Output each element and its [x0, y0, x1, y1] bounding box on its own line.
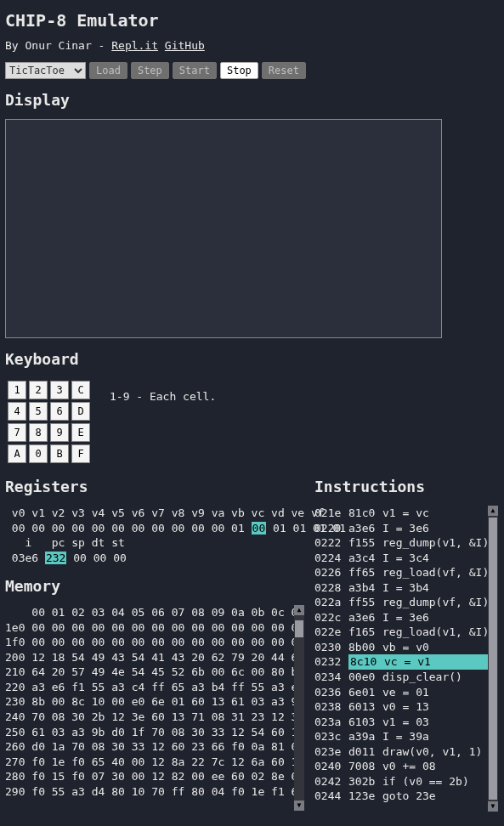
memory-row: 290 f0 55 a3 d4 80 10 70 ff 80 04 f0 1e …: [5, 784, 294, 800]
memory-row: 270 f0 1e f0 65 40 00 12 8a 22 7c 12 6a …: [5, 755, 294, 770]
reg-pc-highlight: 232: [45, 552, 66, 564]
instruction-row: 0222f155reg_dump(v1, &I): [314, 535, 488, 551]
memory-row: 260 d0 1a 70 08 30 33 12 60 23 66 f0 0a …: [5, 739, 294, 755]
instruction-row: 0226ff65reg_load(vf, &I): [314, 565, 488, 580]
instruction-row: 023ca39aI = 39a: [314, 729, 488, 744]
section-instructions: Instructions: [314, 478, 499, 495]
byline-text: By Onur Cinar -: [5, 39, 111, 52]
byline: By Onur Cinar - Repl.it GitHub: [5, 39, 499, 52]
key-5[interactable]: 5: [29, 402, 48, 421]
link-github[interactable]: GitHub: [165, 39, 205, 52]
memory-row: 230 8b 00 8c 10 00 e0 6e 01 60 13 61 03 …: [5, 694, 294, 710]
stop-button[interactable]: Stop: [220, 62, 258, 79]
rom-select[interactable]: TicTacToe: [5, 62, 86, 79]
instruction-row: 0220a3e6I = 3e6: [314, 521, 488, 536]
scroll-thumb[interactable]: [295, 620, 303, 637]
key-a[interactable]: A: [8, 444, 26, 463]
scroll-down-icon[interactable]: ▼: [488, 801, 498, 812]
instruction-row: 023a6103v1 = 03: [314, 715, 488, 730]
instruction-row: 022aff55reg_dump(vf, &I): [314, 595, 488, 610]
key-6[interactable]: 6: [50, 402, 69, 421]
instruction-row: 02328c10vc = v1: [314, 654, 488, 670]
key-2[interactable]: 2: [29, 381, 48, 399]
key-b[interactable]: B: [50, 444, 69, 463]
memory-row: 1f0 00 00 00 00 00 00 00 00 00 00 00 00 …: [5, 635, 294, 650]
memory-panel: 00 01 02 03 04 05 06 07 08 09 0a 0b 0c 0…: [5, 605, 304, 811]
instructions-scrollbar[interactable]: ▲ ▼: [488, 506, 498, 812]
section-display: Display: [5, 91, 499, 109]
instruction-row: 02308b00vb = v0: [314, 640, 488, 655]
keyboard-hint: 1-9 - Each cell.: [110, 390, 216, 403]
registers-block: v0 v1 v2 v3 v4 v5 v6 v7 v8 v9 va vb vc v…: [5, 506, 304, 565]
load-button[interactable]: Load: [89, 62, 127, 79]
page-title: CHIP-8 Emulator: [5, 10, 499, 31]
key-0[interactable]: 0: [29, 444, 48, 463]
reg-header2: i pc sp dt st: [5, 535, 304, 551]
reset-button[interactable]: Reset: [262, 62, 306, 79]
memory-row: 280 f0 15 f0 07 30 00 12 82 00 ee 60 02 …: [5, 769, 294, 784]
instruction-row: 0244123egoto 23e: [314, 789, 488, 804]
key-f[interactable]: F: [71, 444, 90, 463]
section-memory: Memory: [5, 577, 304, 595]
memory-row: 240 70 08 30 2b 12 3e 60 13 71 08 31 23 …: [5, 710, 294, 725]
keypad: 1 2 3 C 4 5 6 D 7 8 9 E A 0 B F: [5, 378, 93, 466]
key-c[interactable]: C: [71, 381, 90, 399]
key-4[interactable]: 4: [8, 402, 26, 421]
scroll-up-icon[interactable]: ▲: [294, 605, 304, 615]
scroll-down-icon[interactable]: ▼: [294, 801, 304, 811]
key-e[interactable]: E: [71, 423, 90, 442]
instruction-row: 021e81c0v1 = vc: [314, 506, 488, 521]
instructions-panel: 021e81c0v1 = vc0220a3e6I = 3e60222f155re…: [314, 506, 498, 812]
step-button[interactable]: Step: [131, 62, 169, 79]
link-replit[interactable]: Repl.it: [111, 39, 158, 52]
instruction-row: 02366e01ve = 01: [314, 685, 488, 700]
memory-row: 210 64 20 57 49 4e 54 45 52 6b 00 6c 00 …: [5, 665, 294, 680]
reg-header: v0 v1 v2 v3 v4 v5 v6 v7 v8 v9 va vb vc v…: [5, 506, 304, 521]
section-keyboard: Keyboard: [5, 350, 499, 368]
display-canvas: [5, 119, 442, 338]
memory-row: 220 a3 e6 f1 55 a3 c4 ff 65 a3 b4 ff 55 …: [5, 680, 294, 695]
instruction-row: 0242302bif (v0 == 2b): [314, 774, 488, 789]
section-registers: Registers: [5, 478, 304, 495]
memory-row: 200 12 18 54 49 43 54 41 43 20 62 79 20 …: [5, 650, 294, 665]
start-button[interactable]: Start: [173, 62, 217, 79]
key-d[interactable]: D: [71, 402, 90, 421]
key-7[interactable]: 7: [8, 423, 26, 442]
instruction-row: 02386013v0 = 13: [314, 699, 488, 715]
memory-row: 1e0 00 00 00 00 00 00 00 00 00 00 00 00 …: [5, 620, 294, 636]
reg-values2: 03e6 232 00 00 00: [5, 551, 304, 566]
scroll-up-icon[interactable]: ▲: [488, 506, 498, 516]
memory-row: 250 61 03 a3 9b d0 1f 70 08 30 33 12 54 …: [5, 725, 294, 740]
reg-values: 00 00 00 00 00 00 00 00 00 00 00 01 00 0…: [5, 521, 304, 536]
instruction-row: 0224a3c4I = 3c4: [314, 551, 488, 566]
key-9[interactable]: 9: [50, 423, 69, 442]
instruction-row: 023ed011draw(v0, v1, 1): [314, 744, 488, 760]
memory-scrollbar[interactable]: ▲ ▼: [294, 605, 304, 811]
key-8[interactable]: 8: [29, 423, 48, 442]
key-3[interactable]: 3: [50, 381, 69, 399]
mem-header: 00 01 02 03 04 05 06 07 08 09 0a 0b 0c 0…: [5, 605, 294, 620]
key-1[interactable]: 1: [8, 381, 26, 399]
reg-vc-highlight: 00: [252, 522, 267, 535]
scroll-thumb[interactable]: [489, 518, 497, 800]
instruction-row: 022ef165reg_load(v1, &I): [314, 625, 488, 640]
instruction-row: 0228a3b4I = 3b4: [314, 580, 488, 596]
instruction-row: 02407008v0 += 08: [314, 759, 488, 774]
instruction-row: 023400e0disp_clear(): [314, 670, 488, 685]
controls-bar: TicTacToe Load Step Start Stop Reset: [5, 62, 499, 79]
instruction-row: 022ca3e6I = 3e6: [314, 610, 488, 625]
